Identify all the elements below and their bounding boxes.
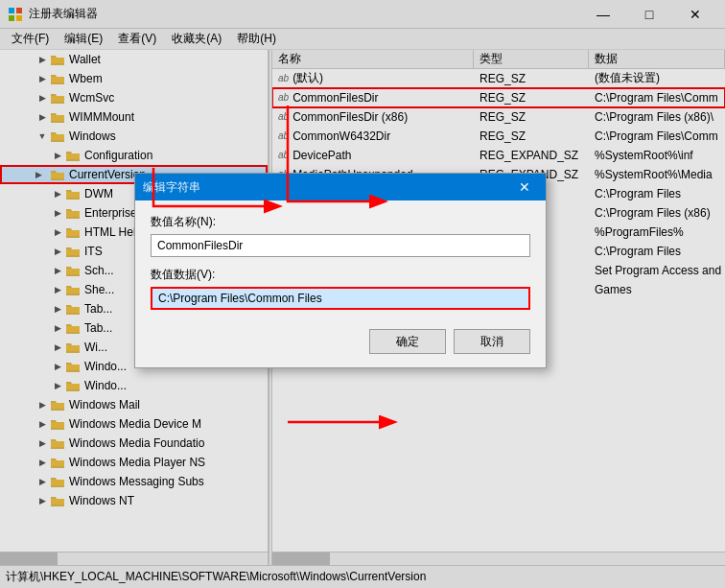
dialog-close-button[interactable]: ✕ (511, 174, 538, 200)
dialog-data-field: 数值数据(V): (151, 267, 530, 310)
dialog-data-label: 数值数据(V): (151, 267, 530, 283)
dialog-title: 编辑字符串 (143, 179, 511, 196)
dialog-ok-button[interactable]: 确定 (369, 329, 446, 354)
dialog-name-label: 数值名称(N): (151, 214, 530, 230)
dialog-buttons: 确定 取消 (151, 323, 530, 354)
dialog-data-input[interactable] (151, 287, 530, 310)
dialog-name-field: 数值名称(N): (151, 214, 530, 257)
dialog-cancel-button[interactable]: 取消 (454, 329, 530, 354)
dialog-edit-string: 编辑字符串 ✕ 数值名称(N): 数值数据(V): 确定 取消 (134, 173, 547, 368)
dialog-body: 数值名称(N): 数值数据(V): 确定 取消 (135, 200, 546, 367)
dialog-titlebar: 编辑字符串 ✕ (135, 174, 546, 200)
dialog-overlay: 编辑字符串 ✕ 数值名称(N): 数值数据(V): 确定 取消 (0, 0, 725, 588)
dialog-name-input[interactable] (151, 234, 530, 257)
